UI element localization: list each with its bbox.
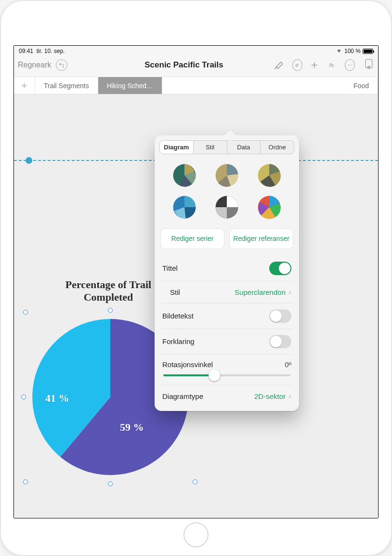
title-label: Tittel — [162, 264, 178, 272]
chart-style-swatch[interactable] — [214, 195, 239, 220]
tab-food[interactable]: Food — [345, 77, 378, 94]
rotation-slider[interactable] — [163, 374, 290, 376]
segment-data[interactable]: Data — [227, 141, 261, 154]
add-sheet-button[interactable]: + — [14, 77, 35, 94]
svg-point-5 — [332, 64, 333, 66]
comment-button[interactable] — [292, 59, 302, 71]
battery-icon — [363, 49, 373, 54]
title-style-row[interactable]: Stil Superclarendon› — [161, 281, 292, 303]
chart-style-swatch[interactable] — [172, 195, 197, 220]
sheet-tabs: + Trail Segments Hiking Sched… Food — [14, 77, 378, 94]
chart-style-swatch[interactable] — [257, 195, 282, 220]
app-toolbar: Regneark Scenic Pacific Trails + — [14, 55, 378, 77]
format-popover: Diagram Stil Data Ordne Rediger serier — [155, 135, 299, 411]
slice-label-1: 59 % — [120, 421, 144, 434]
status-left: 09:41 tir. 10. sep. — [19, 48, 65, 54]
format-brush-icon[interactable] — [273, 59, 284, 71]
selection-handle[interactable] — [193, 479, 197, 484]
chevron-right-icon: › — [288, 391, 291, 401]
segment-diagram[interactable]: Diagram — [160, 141, 194, 154]
battery-percent: 100 % — [344, 48, 361, 54]
collab-button[interactable] — [327, 59, 336, 71]
chart-type-row[interactable]: Diagramtype 2D-sektor› — [161, 385, 292, 407]
document-title: Scenic Pacific Trails — [97, 60, 271, 70]
chevron-right-icon: › — [288, 287, 291, 297]
svg-point-6 — [348, 65, 349, 66]
more-button[interactable] — [345, 59, 355, 71]
color-swatch-row-2 — [155, 192, 299, 224]
caption-label: Bildetekst — [162, 312, 194, 320]
selection-handle[interactable] — [23, 310, 28, 315]
rotation-row: Rotasjonsvinkel 0º — [161, 354, 292, 385]
title-toggle-row: Tittel — [161, 256, 292, 281]
chart-type-value: 2D-sektor — [254, 392, 286, 400]
edit-references-button[interactable]: Rediger referanser — [229, 228, 293, 249]
status-bar: 09:41 tir. 10. sep. 100 % — [14, 46, 378, 55]
title-toggle[interactable] — [269, 262, 291, 275]
legend-toggle[interactable] — [269, 335, 291, 348]
color-swatch-row-1 — [155, 160, 299, 192]
svg-point-8 — [351, 65, 352, 66]
format-segmented-control: Diagram Stil Data Ordne — [159, 140, 294, 154]
screen: 09:41 tir. 10. sep. 100 % Regneark Sceni… — [13, 45, 379, 518]
caption-toggle[interactable] — [269, 309, 291, 323]
slice-label-0: 41 % — [45, 392, 69, 405]
legend-toggle-row: Forklaring — [161, 329, 292, 354]
selection-handle[interactable] — [23, 479, 28, 484]
alignment-guide-handle[interactable] — [26, 157, 32, 164]
chart-style-swatch[interactable] — [172, 163, 197, 188]
chart-type-label: Diagramtype — [162, 392, 203, 400]
ipad-frame: 09:41 tir. 10. sep. 100 % Regneark Sceni… — [0, 0, 392, 556]
title-style-label: Stil — [170, 288, 180, 296]
selection-handle[interactable] — [108, 481, 113, 486]
tab-trail-segments[interactable]: Trail Segments — [35, 77, 98, 94]
caption-toggle-row: Bildetekst — [161, 303, 292, 329]
selection-handle[interactable] — [21, 395, 26, 399]
presentation-button[interactable] — [364, 58, 374, 72]
back-button[interactable]: Regneark — [18, 61, 51, 69]
wifi-icon — [336, 49, 342, 53]
svg-point-7 — [350, 65, 351, 66]
chart-title: Percentage of Trail Completed — [51, 278, 166, 304]
tab-hiking-schedule[interactable]: Hiking Sched… — [98, 77, 163, 94]
legend-label: Forklaring — [162, 337, 195, 345]
edit-series-button[interactable]: Rediger serier — [160, 228, 224, 249]
title-style-value: Superclarendon — [235, 288, 286, 296]
status-date: tir. 10. sep. — [37, 48, 65, 54]
chart-style-swatch[interactable] — [214, 163, 239, 188]
svg-point-4 — [330, 64, 332, 66]
selection-handle[interactable] — [108, 308, 113, 313]
segment-arrange[interactable]: Ordne — [261, 141, 294, 154]
ipad-home-button[interactable] — [183, 522, 209, 547]
status-time: 09:41 — [19, 48, 33, 54]
status-right: 100 % — [336, 48, 373, 54]
spreadsheet-canvas[interactable]: Percentage of Trail Completed 41 % 59 % — [14, 94, 378, 518]
segment-style[interactable]: Stil — [194, 141, 227, 154]
svg-point-0 — [339, 53, 340, 53]
undo-button[interactable] — [56, 59, 67, 71]
rotation-label: Rotasjonsvinkel — [162, 360, 213, 369]
insert-button[interactable]: + — [311, 58, 318, 72]
chart-style-swatch[interactable] — [257, 163, 282, 188]
rotation-value: 0º — [285, 360, 291, 369]
